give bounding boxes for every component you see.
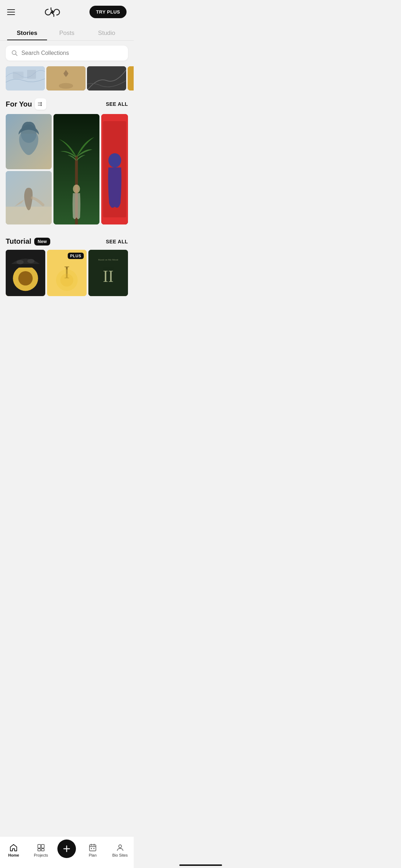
- for-you-item-1[interactable]: [6, 114, 52, 169]
- tutorial-grid: PLUS I Based on My Mood II: [0, 250, 134, 296]
- for-you-item-3[interactable]: [53, 114, 99, 224]
- thumb-item[interactable]: [128, 66, 134, 91]
- svg-rect-1: [6, 66, 45, 91]
- for-you-see-all[interactable]: SEE ALL: [106, 101, 128, 107]
- svg-point-24: [27, 259, 35, 263]
- for-you-col-3: [101, 114, 128, 224]
- tab-bar: Stories Posts Studio: [0, 25, 134, 40]
- for-you-col-1: [6, 114, 52, 224]
- shuffle-icon: [38, 101, 43, 107]
- logo-icon: [44, 6, 61, 18]
- for-you-image-2: [6, 171, 52, 224]
- search-icon: [11, 50, 18, 56]
- thumb-image-3: [87, 66, 126, 91]
- shuffle-button[interactable]: [35, 98, 46, 110]
- svg-rect-3: [27, 70, 36, 79]
- for-you-image-3: [53, 114, 99, 224]
- svg-text:Based on My Mood: Based on My Mood: [98, 258, 118, 261]
- svg-rect-2: [13, 72, 24, 79]
- search-input[interactable]: [21, 50, 122, 56]
- tab-posts[interactable]: Posts: [47, 25, 87, 40]
- new-badge: New: [34, 238, 51, 246]
- menu-button[interactable]: [7, 9, 15, 15]
- tutorial-item-1[interactable]: [6, 250, 45, 296]
- tab-stories[interactable]: Stories: [7, 25, 47, 40]
- svg-point-5: [59, 83, 73, 89]
- for-you-image-4: [101, 114, 128, 224]
- tutorial-see-all[interactable]: SEE ALL: [106, 239, 128, 244]
- tutorial-image-1: [6, 250, 45, 296]
- tutorial-title: Tutorial: [6, 237, 31, 246]
- search-container: [0, 41, 134, 64]
- thumb-image-4: [128, 66, 134, 91]
- svg-point-23: [16, 260, 24, 264]
- tab-studio[interactable]: Studio: [87, 25, 127, 40]
- try-plus-button[interactable]: TRY PLUS: [89, 6, 127, 18]
- thumb-item[interactable]: [6, 66, 45, 91]
- for-you-grid: [0, 114, 134, 224]
- for-you-col-2: [53, 114, 99, 224]
- tutorial-title-group: Tutorial New: [6, 237, 50, 246]
- svg-point-21: [18, 271, 32, 285]
- for-you-item-4[interactable]: [101, 114, 128, 224]
- for-you-item-2[interactable]: [6, 171, 52, 224]
- for-you-title-group: For You: [6, 98, 46, 110]
- svg-rect-7: [128, 66, 134, 91]
- header: TRY PLUS: [0, 0, 134, 24]
- search-box[interactable]: [6, 46, 128, 61]
- tutorial-item-3[interactable]: Based on My Mood II: [88, 250, 128, 296]
- svg-text:II: II: [103, 268, 113, 285]
- svg-point-18: [108, 153, 121, 167]
- for-you-title: For You: [6, 100, 32, 108]
- tutorial-image-3: Based on My Mood II: [88, 250, 128, 296]
- for-you-image-1: [6, 114, 52, 169]
- thumb-item[interactable]: [87, 66, 126, 91]
- thumbnail-strip: [0, 64, 134, 93]
- plus-badge: PLUS: [68, 253, 84, 259]
- for-you-section-header: For You SEE ALL: [0, 93, 134, 114]
- thumb-image-1: [6, 66, 45, 91]
- svg-point-15: [73, 185, 80, 193]
- tutorial-item-2[interactable]: PLUS I: [47, 250, 87, 296]
- svg-point-28: [60, 274, 73, 286]
- thumb-item[interactable]: [46, 66, 86, 91]
- logo: [44, 6, 61, 18]
- tutorial-section-header: Tutorial New SEE ALL: [0, 232, 134, 250]
- thumb-image-2: [46, 66, 86, 91]
- tutorial-section: Tutorial New SEE ALL: [0, 232, 134, 296]
